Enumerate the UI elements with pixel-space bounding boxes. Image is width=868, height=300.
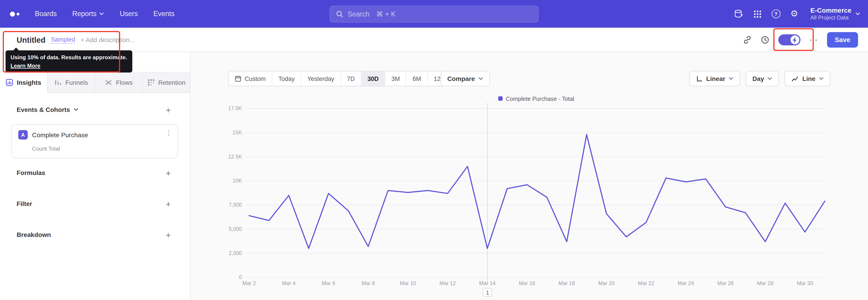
nav-reports[interactable]: Reports xyxy=(72,10,104,18)
event-metric[interactable]: Count Total xyxy=(32,146,60,152)
nav-boards-label: Boards xyxy=(35,10,57,18)
project-scope: All Project Data xyxy=(810,14,851,21)
tab-insights[interactable]: Insights xyxy=(0,72,47,93)
sampling-toggle-knob xyxy=(790,35,799,44)
nav-events[interactable]: Events xyxy=(153,10,175,18)
tab-insights-label: Insights xyxy=(17,79,41,86)
tab-retention-label: Retention xyxy=(158,79,186,86)
sampling-toggle[interactable] xyxy=(778,34,800,46)
project-info: E-Commerce All Project Data xyxy=(810,6,851,21)
report-header-right: ⋯ Save xyxy=(743,28,858,52)
lightning-bolt-icon xyxy=(793,37,798,43)
tooltip-text: Using 10% of data. Results are approxima… xyxy=(11,54,127,60)
formulas-header: Formulas xyxy=(17,169,45,176)
x-tick-label: Mar 16 xyxy=(519,280,535,286)
tab-flows-label: Flows xyxy=(116,79,133,86)
x-tick-label: Mar 20 xyxy=(598,280,615,286)
x-tick-label: Mar 18 xyxy=(559,280,575,286)
x-tick-label: Mar 26 xyxy=(717,280,734,286)
save-button[interactable]: Save xyxy=(827,32,858,48)
filter-header: Filter xyxy=(17,201,32,207)
search-shortcut: ⌘ + K xyxy=(376,10,396,18)
search-icon xyxy=(336,11,343,18)
data-sources-icon[interactable] xyxy=(734,9,743,18)
add-breakdown-button[interactable]: + xyxy=(163,230,173,240)
y-tick-label: 5,000 xyxy=(229,226,242,232)
sidebar: Insights Funnels Flows Retention Events … xyxy=(0,52,190,300)
help-icon[interactable]: ? xyxy=(772,9,780,18)
history-clock-icon[interactable] xyxy=(761,35,770,44)
y-tick-label: 17.5K xyxy=(228,106,242,111)
events-cohorts-label: Events & Cohorts xyxy=(17,106,70,113)
events-cohorts-header[interactable]: Events & Cohorts xyxy=(17,106,78,113)
x-tick-label: Mar 10 xyxy=(400,280,416,286)
more-options-button[interactable]: ⋯ xyxy=(809,35,818,45)
event-letter-badge: A xyxy=(18,130,28,140)
mixpanel-logo[interactable] xyxy=(10,11,20,16)
apps-grid-icon[interactable] xyxy=(753,10,762,18)
nav-boards[interactable]: Boards xyxy=(35,10,57,18)
learn-more-link[interactable]: Learn More xyxy=(11,63,40,69)
search-placeholder: Search xyxy=(348,10,370,18)
x-tick-label: Mar 24 xyxy=(678,280,694,286)
event-card[interactable]: A Complete Purchase ⋮ Count Total xyxy=(11,124,178,158)
x-tick-label: Mar 22 xyxy=(638,280,654,286)
chevron-down-icon xyxy=(73,108,78,112)
breakdown-label: Breakdown xyxy=(17,232,51,238)
settings-gear-icon[interactable]: ⚙ xyxy=(790,9,798,18)
top-nav: Boards Reports Users Events Search ⌘ + K… xyxy=(0,0,868,28)
chevron-down-icon xyxy=(855,12,860,16)
report-type-tabs: Insights Funnels Flows Retention xyxy=(0,72,190,93)
x-tick-label: Mar 30 xyxy=(797,280,813,286)
page-indicator[interactable]: 1 xyxy=(483,288,492,297)
x-tick-label: Mar 2 xyxy=(242,280,256,286)
nav-right-cluster: ? ⚙ E-Commerce All Project Data xyxy=(734,0,860,28)
y-tick-label: 2,500 xyxy=(229,250,242,256)
x-tick-label: Mar 6 xyxy=(322,280,335,286)
chart-svg: 02,5005,0007,50010K12.5K15K17.5KMar 2Mar… xyxy=(190,52,868,300)
formulas-label: Formulas xyxy=(17,169,45,176)
tab-funnels[interactable]: Funnels xyxy=(47,72,95,93)
nav-users-label: Users xyxy=(120,10,138,18)
tab-funnels-label: Funnels xyxy=(65,79,88,86)
app: Boards Reports Users Events Search ⌘ + K… xyxy=(0,0,868,300)
y-tick-label: 12.5K xyxy=(228,154,242,160)
event-name[interactable]: Complete Purchase xyxy=(32,131,88,138)
copy-link-icon[interactable] xyxy=(743,35,752,44)
report-title[interactable]: Untitled xyxy=(17,35,45,44)
add-formula-button[interactable]: + xyxy=(163,168,173,178)
event-options-button[interactable]: ⋮ xyxy=(165,129,172,137)
breakdown-header: Breakdown xyxy=(17,232,51,238)
x-tick-label: Mar 14 xyxy=(479,280,495,286)
funnels-icon xyxy=(54,79,62,86)
y-tick-label: 15K xyxy=(232,129,242,136)
x-tick-label: Mar 12 xyxy=(439,280,456,286)
nav-users[interactable]: Users xyxy=(120,10,138,18)
y-tick-label: 7,500 xyxy=(229,202,242,208)
tab-retention[interactable]: Retention xyxy=(142,72,190,93)
main-area: Custom Today Yesterday 7D 30D 3M 6M 12M … xyxy=(190,52,868,300)
add-event-button[interactable]: + xyxy=(163,105,173,115)
nav-reports-label: Reports xyxy=(72,10,96,18)
nav-items: Boards Reports Users Events xyxy=(35,10,175,18)
nav-events-label: Events xyxy=(153,10,175,18)
flows-icon xyxy=(105,79,113,86)
chevron-down-icon xyxy=(99,12,104,16)
project-name: E-Commerce xyxy=(810,6,851,14)
y-tick-label: 0 xyxy=(239,274,242,280)
add-filter-button[interactable]: + xyxy=(163,200,173,209)
project-switcher[interactable]: E-Commerce All Project Data xyxy=(810,6,860,21)
tab-flows[interactable]: Flows xyxy=(95,72,143,93)
insights-icon xyxy=(6,79,13,86)
x-tick-label: Mar 28 xyxy=(757,280,773,286)
y-tick-label: 10K xyxy=(232,178,242,184)
event-row: A Complete Purchase xyxy=(18,130,88,140)
series-line[interactable] xyxy=(249,134,825,248)
sampled-badge[interactable]: Sampled xyxy=(51,36,75,43)
x-tick-label: Mar 4 xyxy=(282,280,296,286)
retention-icon xyxy=(147,79,155,86)
x-tick-label: Mar 8 xyxy=(362,280,375,286)
search-input[interactable]: Search ⌘ + K xyxy=(329,5,539,23)
add-description[interactable]: + Add description... xyxy=(81,36,135,43)
logo-dot-small xyxy=(17,12,19,15)
